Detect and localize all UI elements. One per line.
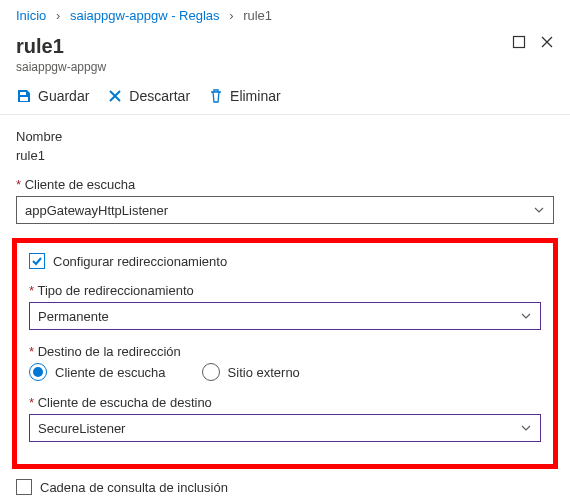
discard-button[interactable]: Descartar — [107, 88, 190, 104]
breadcrumb: Inicio › saiappgw-appgw - Reglas › rule1 — [0, 0, 570, 31]
chevron-right-icon: › — [56, 8, 60, 23]
chevron-down-icon — [520, 422, 532, 434]
target-listener-select[interactable]: SecureListener — [29, 414, 541, 442]
include-query-checkbox[interactable] — [16, 479, 32, 495]
target-listener-option[interactable]: Cliente de escucha — [29, 363, 166, 381]
configure-redirect-label: Configurar redireccionamiento — [53, 254, 227, 269]
save-button[interactable]: Guardar — [16, 88, 89, 104]
delete-icon — [208, 88, 224, 104]
close-icon[interactable] — [540, 35, 554, 49]
listener-value: appGatewayHttpListener — [25, 203, 168, 218]
configure-redirect-checkbox[interactable] — [29, 253, 45, 269]
target-external-label: Sitio externo — [228, 365, 300, 380]
target-listener-field-label: Cliente de escucha de destino — [29, 395, 541, 410]
discard-icon — [107, 88, 123, 104]
target-listener-value: SecureListener — [38, 421, 125, 436]
redirect-type-select[interactable]: Permanente — [29, 302, 541, 330]
include-query-row: Cadena de consulta de inclusión — [16, 479, 554, 495]
toolbar: Guardar Descartar Eliminar — [0, 80, 570, 115]
delete-button[interactable]: Eliminar — [208, 88, 281, 104]
redirect-type-value: Permanente — [38, 309, 109, 324]
save-icon — [16, 88, 32, 104]
target-external-radio[interactable] — [202, 363, 220, 381]
restore-icon[interactable] — [512, 35, 526, 49]
name-label: Nombre — [16, 129, 554, 144]
listener-label: Cliente de escucha — [16, 177, 554, 192]
target-listener-label: Cliente de escucha — [55, 365, 166, 380]
breadcrumb-current: rule1 — [243, 8, 272, 23]
highlight-box: Configurar redireccionamiento Tipo de re… — [12, 238, 558, 469]
configure-redirect-row: Configurar redireccionamiento — [29, 253, 541, 269]
delete-label: Eliminar — [230, 88, 281, 104]
chevron-down-icon — [520, 310, 532, 322]
target-external-option[interactable]: Sitio externo — [202, 363, 300, 381]
page-title: rule1 — [16, 35, 106, 58]
chevron-right-icon: › — [229, 8, 233, 23]
header: rule1 saiappgw-appgw — [0, 31, 570, 80]
listener-select[interactable]: appGatewayHttpListener — [16, 196, 554, 224]
target-listener-radio[interactable] — [29, 363, 47, 381]
save-label: Guardar — [38, 88, 89, 104]
name-value: rule1 — [16, 148, 554, 163]
redirect-target-label: Destino de la redirección — [29, 344, 541, 359]
redirect-type-label: Tipo de redireccionamiento — [29, 283, 541, 298]
breadcrumb-home[interactable]: Inicio — [16, 8, 46, 23]
svg-rect-0 — [514, 37, 525, 48]
include-query-label: Cadena de consulta de inclusión — [40, 480, 228, 495]
page-subtitle: saiappgw-appgw — [16, 60, 106, 74]
form: Nombre rule1 Cliente de escucha appGatew… — [0, 115, 570, 504]
breadcrumb-link[interactable]: saiappgw-appgw - Reglas — [70, 8, 220, 23]
discard-label: Descartar — [129, 88, 190, 104]
chevron-down-icon — [533, 204, 545, 216]
